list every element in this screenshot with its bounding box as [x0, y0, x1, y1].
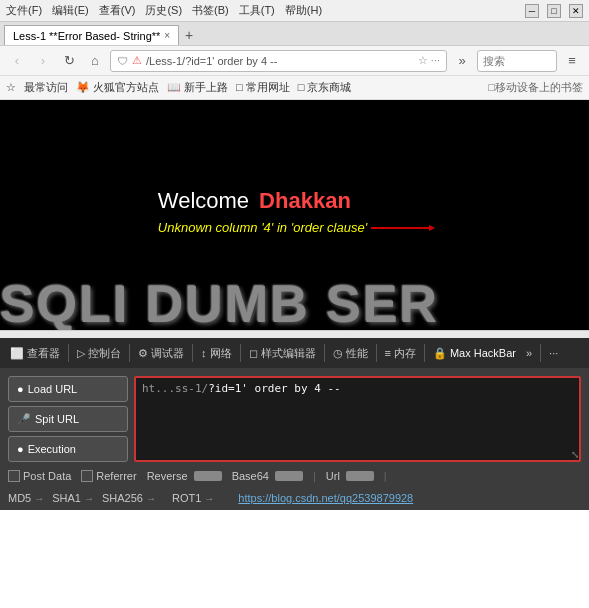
bookmark-jd[interactable]: □ 京东商城 — [298, 80, 352, 95]
hackbar-content: ● Load URL 🎤 Spit URL ● Execution ht...s… — [0, 368, 589, 510]
menu-history[interactable]: 历史(S) — [145, 3, 182, 18]
menu-button[interactable]: ≡ — [561, 50, 583, 72]
devtools-performance[interactable]: ◷ 性能 — [329, 344, 372, 363]
tab-close-button[interactable]: × — [164, 30, 170, 41]
back-button[interactable]: ‹ — [6, 50, 28, 72]
mobile-bookmarks[interactable]: □移动设备上的书签 — [488, 80, 583, 95]
sha256-label: SHA256 — [102, 492, 143, 504]
rot1-arrow-icon: → — [204, 493, 214, 504]
memory-label: 内存 — [394, 346, 416, 361]
maximize-button[interactable]: □ — [547, 4, 561, 18]
referrer-option[interactable]: Referrer — [81, 470, 136, 482]
post-data-option[interactable]: Post Data — [8, 470, 71, 482]
post-data-label: Post Data — [23, 470, 71, 482]
bookmarks-bar: ☆ 最常访问 🦊火狐官方站点 📖新手上路 □ 常用网址 □ 京东商城 □移动设备… — [0, 76, 589, 100]
devtools-style-editor[interactable]: ◻ 样式编辑器 — [245, 344, 320, 363]
horizontal-scrollbar[interactable] — [0, 330, 589, 338]
extensions-button[interactable]: » — [451, 50, 473, 72]
menu-tools[interactable]: 工具(T) — [239, 3, 275, 18]
search-input[interactable] — [477, 50, 557, 72]
option-separator-1: | — [313, 470, 316, 482]
hackbar-options-row: Post Data Referrer Reverse Base64 | Url … — [8, 468, 581, 484]
menu-view[interactable]: 查看(V) — [99, 3, 136, 18]
sha1-item[interactable]: SHA1 → — [52, 492, 94, 504]
option-separator-2: | — [384, 470, 387, 482]
menu-file[interactable]: 文件(F) — [6, 3, 42, 18]
sha256-item[interactable]: SHA256 → — [102, 492, 156, 504]
more-devtools-icon: » — [526, 347, 532, 359]
devtools-network[interactable]: ↕ 网络 — [197, 344, 236, 363]
devtools-sep-4 — [240, 344, 241, 362]
url-option[interactable]: Url — [326, 470, 374, 482]
performance-label: 性能 — [346, 346, 368, 361]
devtools-console[interactable]: ▷ 控制台 — [73, 344, 125, 363]
url-toggle[interactable] — [346, 471, 374, 481]
star-icon[interactable]: ☆ — [418, 54, 428, 67]
address-text: /Less-1/?id=1' order by 4 -- — [146, 55, 414, 67]
more-icon[interactable]: ··· — [431, 54, 440, 67]
title-bar-menu: 文件(F) 编辑(E) 查看(V) 历史(S) 书签(B) 工具(T) 帮助(H… — [6, 3, 322, 18]
url-dim-dots: ...ss-1/ — [155, 382, 208, 395]
load-url-icon: ● — [17, 383, 24, 395]
sha256-arrow-icon: → — [146, 493, 156, 504]
error-line: Unknown column '4' in 'order clause' — [158, 220, 431, 235]
new-tab-button[interactable]: + — [179, 25, 199, 45]
reverse-toggle[interactable] — [194, 471, 222, 481]
tab-label: Less-1 **Error Based- String** — [13, 30, 160, 42]
devtools-more[interactable]: » — [522, 345, 536, 361]
extra-icon: ··· — [549, 347, 558, 359]
menu-help[interactable]: 帮助(H) — [285, 3, 322, 18]
hackbar-label: Max HackBar — [450, 347, 516, 359]
url-input-wrapper: ht...ss-1/?id=1' order by 4 -- ⤡ — [134, 376, 581, 462]
base64-option[interactable]: Base64 — [232, 470, 303, 482]
tab-bar: Less-1 **Error Based- String** × + — [0, 22, 589, 46]
post-data-checkbox[interactable] — [8, 470, 20, 482]
hackbar-hash-row: MD5 → SHA1 → SHA256 → ROT1 → https://blo… — [8, 490, 581, 506]
hackbar-main-row: ● Load URL 🎤 Spit URL ● Execution ht...s… — [8, 376, 581, 462]
referrer-checkbox[interactable] — [81, 470, 93, 482]
rot1-item[interactable]: ROT1 → — [172, 492, 214, 504]
sqli-title-text: SQLI DUMB SER — [0, 278, 589, 330]
url-display-box[interactable]: ht...ss-1/?id=1' order by 4 -- — [134, 376, 581, 462]
bookmark-common[interactable]: □ 常用网址 — [236, 80, 290, 95]
menu-edit[interactable]: 编辑(E) — [52, 3, 89, 18]
welcome-label: Welcome — [158, 188, 249, 214]
refresh-button[interactable]: ↻ — [58, 50, 80, 72]
execution-label: Execution — [28, 443, 76, 455]
minimize-button[interactable]: ─ — [525, 4, 539, 18]
devtools-extra[interactable]: ··· — [545, 345, 562, 361]
reverse-option[interactable]: Reverse — [147, 470, 222, 482]
home-button[interactable]: ⌂ — [84, 50, 106, 72]
active-tab[interactable]: Less-1 **Error Based- String** × — [4, 25, 179, 45]
devtools-debugger[interactable]: ⚙ 调试器 — [134, 344, 188, 363]
devtools-inspector[interactable]: ⬜ 查看器 — [6, 344, 64, 363]
spit-url-button[interactable]: 🎤 Spit URL — [8, 406, 128, 432]
md5-item[interactable]: MD5 → — [8, 492, 44, 504]
menu-bookmarks[interactable]: 书签(B) — [192, 3, 229, 18]
load-url-button[interactable]: ● Load URL — [8, 376, 128, 402]
csdn-link[interactable]: https://blog.csdn.net/qq2539879928 — [238, 492, 413, 504]
address-bar[interactable]: 🛡 ⚠ /Less-1/?id=1' order by 4 -- ☆ ··· — [110, 50, 447, 72]
devtools-sep-3 — [192, 344, 193, 362]
close-button[interactable]: ✕ — [569, 4, 583, 18]
error-arrow-icon — [371, 221, 431, 233]
address-bar-icons: ☆ ··· — [418, 54, 440, 67]
error-message: Unknown column '4' in 'order clause' — [158, 220, 367, 235]
lock-icon: 🔒 — [433, 347, 447, 360]
window-controls: ─ □ ✕ — [525, 4, 583, 18]
resize-handle[interactable]: ⤡ — [571, 449, 579, 460]
devtools-memory[interactable]: ≡ 内存 — [381, 344, 420, 363]
devtools-sep-1 — [68, 344, 69, 362]
security-icon: 🛡 — [117, 55, 128, 67]
forward-button[interactable]: › — [32, 50, 54, 72]
bookmark-newbie[interactable]: 📖新手上路 — [167, 80, 228, 95]
base64-label: Base64 — [232, 470, 269, 482]
bookmark-firefox[interactable]: 🦊火狐官方站点 — [76, 80, 159, 95]
bookmark-icon: ☆ — [6, 81, 16, 94]
devtools-hackbar[interactable]: 🔒 Max HackBar — [429, 345, 520, 362]
base64-toggle[interactable] — [275, 471, 303, 481]
hackbar-panel: ● Load URL 🎤 Spit URL ● Execution ht...s… — [0, 368, 589, 510]
execution-button[interactable]: ● Execution — [8, 436, 128, 462]
bookmark-frequent[interactable]: 最常访问 — [24, 80, 68, 95]
title-bar: 文件(F) 编辑(E) 查看(V) 历史(S) 书签(B) 工具(T) 帮助(H… — [0, 0, 589, 22]
